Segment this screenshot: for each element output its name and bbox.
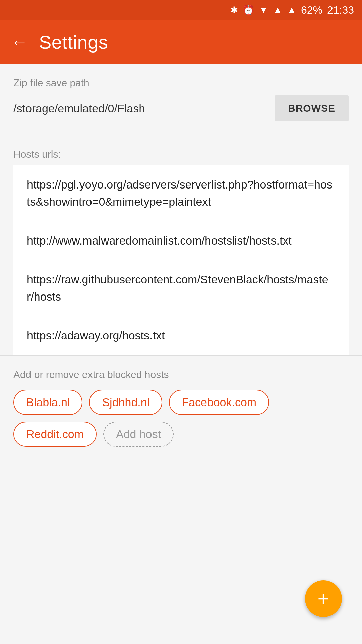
zip-path-value: /storage/emulated/0/Flash bbox=[13, 102, 268, 115]
time-text: 21:33 bbox=[327, 4, 354, 16]
status-bar: ✱ ⏰ ▼ ▲ ▲ 62% 21:33 bbox=[0, 0, 362, 20]
settings-content: Zip file save path /storage/emulated/0/F… bbox=[0, 64, 362, 447]
fab-plus-icon: + bbox=[317, 589, 329, 609]
bluetooth-icon: ✱ bbox=[230, 5, 238, 16]
signal1-icon: ▲ bbox=[273, 5, 282, 15]
host-url-item[interactable]: https://raw.githubusercontent.com/Steven… bbox=[13, 260, 349, 316]
chips-row: Blabla.nl Sjdhhd.nl Facebook.com Reddit.… bbox=[13, 390, 349, 447]
add-host-chip[interactable]: Add host bbox=[103, 422, 174, 447]
fab-button[interactable]: + bbox=[305, 580, 342, 617]
chip-sjdhhd[interactable]: Sjdhhd.nl bbox=[89, 390, 162, 415]
battery-text: 62% bbox=[301, 4, 322, 16]
alarm-icon: ⏰ bbox=[243, 5, 254, 16]
chip-reddit[interactable]: Reddit.com bbox=[13, 422, 97, 447]
browse-button[interactable]: BROWSE bbox=[275, 95, 349, 121]
zip-file-label: Zip file save path bbox=[13, 77, 349, 89]
host-url-item[interactable]: http://www.malwaredomainlist.com/hostsli… bbox=[13, 221, 349, 260]
wifi-icon: ▼ bbox=[259, 5, 268, 15]
hosts-url-list: https://pgl.yoyo.org/adservers/serverlis… bbox=[13, 165, 349, 355]
hosts-urls-label: Hosts urls: bbox=[13, 149, 349, 160]
app-bar: ← Settings bbox=[0, 20, 362, 64]
signal2-icon: ▲ bbox=[287, 5, 296, 15]
hosts-urls-section: Hosts urls: https://pgl.yoyo.org/adserve… bbox=[0, 135, 362, 355]
host-url-item[interactable]: https://pgl.yoyo.org/adservers/serverlis… bbox=[13, 165, 349, 221]
chip-facebook[interactable]: Facebook.com bbox=[169, 390, 269, 415]
page-title: Settings bbox=[39, 31, 108, 53]
extra-blocked-hosts-section: Add or remove extra blocked hosts Blabla… bbox=[0, 356, 362, 447]
zip-file-section: Zip file save path /storage/emulated/0/F… bbox=[0, 64, 362, 121]
zip-path-row: /storage/emulated/0/Flash BROWSE bbox=[13, 95, 349, 121]
extra-hosts-label: Add or remove extra blocked hosts bbox=[13, 369, 349, 380]
host-url-item[interactable]: https://adaway.org/hosts.txt bbox=[13, 316, 349, 355]
status-icons: ✱ ⏰ ▼ ▲ ▲ 62% 21:33 bbox=[230, 4, 354, 16]
back-button[interactable]: ← bbox=[11, 32, 28, 52]
chip-blabla[interactable]: Blabla.nl bbox=[13, 390, 82, 415]
